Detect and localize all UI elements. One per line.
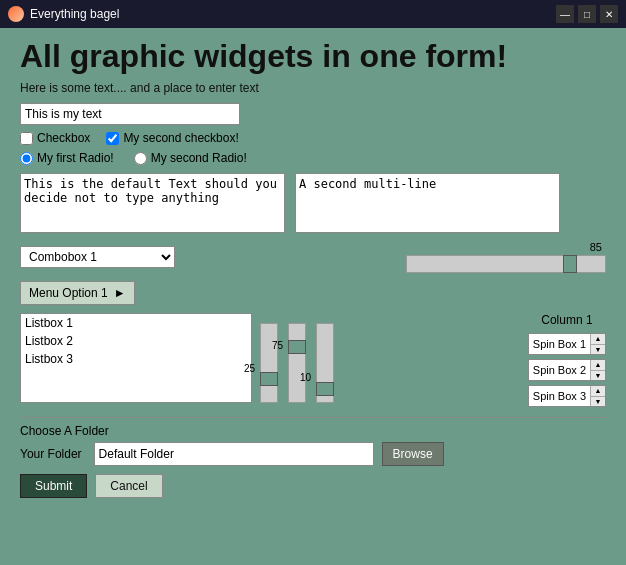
slider-container: 85 (185, 241, 606, 273)
radio-row: My first Radio! My second Radio! (20, 151, 606, 165)
spinbox2-up[interactable]: ▲ (591, 360, 605, 371)
folder-row: Your Folder Browse (20, 442, 606, 466)
window-controls: — □ ✕ (556, 5, 618, 23)
app-icon (8, 6, 24, 22)
spinbox-container: Column 1 Spin Box 1 ▲ ▼ Spin Box 2 ▲ ▼ (528, 313, 606, 407)
spinbox1-down[interactable]: ▼ (591, 345, 605, 355)
spinbox-row-1: Spin Box 1 ▲ ▼ (528, 333, 606, 355)
textarea1[interactable]: This is the default Text should you deci… (20, 173, 285, 233)
list-item[interactable]: Listbox 2 (21, 332, 251, 350)
spinbox1-up[interactable]: ▲ (591, 334, 605, 345)
list-item[interactable]: Listbox 1 (21, 314, 251, 332)
spinbox1-label: Spin Box 1 (529, 338, 590, 350)
vslider3-group: 10 (316, 313, 334, 403)
checkbox1-item[interactable]: Checkbox (20, 131, 90, 145)
vslider3[interactable] (316, 323, 334, 403)
spinbox-column-header: Column 1 (528, 313, 606, 327)
folder-section: Choose A Folder Your Folder Browse (20, 424, 606, 466)
spinbox2-label: Spin Box 2 (529, 364, 590, 376)
vslider3-label: 10 (300, 372, 311, 383)
vslider2-group: 75 (288, 313, 306, 403)
close-button[interactable]: ✕ (600, 5, 618, 23)
checkbox1[interactable] (20, 132, 33, 145)
spinbox3-label: Spin Box 3 (529, 390, 590, 402)
radio1-label: My first Radio! (37, 151, 114, 165)
radio2[interactable] (134, 152, 147, 165)
slider-top-label: 85 (590, 241, 602, 253)
page-title: All graphic widgets in one form! (20, 38, 606, 75)
combobox-slider-row: Combobox 1 Combobox 2 Combobox 3 85 (20, 241, 606, 273)
spinbox1-controls: ▲ ▼ (590, 334, 605, 354)
menu-button[interactable]: Menu Option 1 ► (20, 281, 135, 305)
checkbox2-label: My second checkbox! (123, 131, 238, 145)
spinbox-row-2: Spin Box 2 ▲ ▼ (528, 359, 606, 381)
vslider1-group: 25 (260, 313, 278, 403)
radio2-label: My second Radio! (151, 151, 247, 165)
bottom-buttons-row: Submit Cancel (20, 474, 606, 498)
radio2-item[interactable]: My second Radio! (134, 151, 247, 165)
folder-section-title: Choose A Folder (20, 424, 606, 438)
vslider1-label: 25 (244, 363, 255, 374)
folder-input[interactable] (94, 442, 374, 466)
menu-option-label: Menu Option 1 (29, 286, 108, 300)
spinbox3-up[interactable]: ▲ (591, 386, 605, 397)
main-text-input[interactable] (20, 103, 240, 125)
checkbox-row: Checkbox My second checkbox! (20, 131, 606, 145)
spinbox-row-3: Spin Box 3 ▲ ▼ (528, 385, 606, 407)
vslider1[interactable] (260, 323, 278, 403)
vslider2-label: 75 (272, 340, 283, 351)
main-window: Everything bagel — □ ✕ All graphic widge… (0, 0, 626, 565)
window-title: Everything bagel (30, 7, 556, 21)
divider (20, 417, 606, 418)
content-area: All graphic widgets in one form! Here is… (0, 28, 626, 565)
minimize-button[interactable]: — (556, 5, 574, 23)
submit-button[interactable]: Submit (20, 474, 87, 498)
bottom-widgets-row: Listbox 1 Listbox 2 Listbox 3 25 75 10 (20, 313, 606, 407)
folder-label: Your Folder (20, 447, 82, 461)
menu-row: Menu Option 1 ► (20, 281, 606, 305)
maximize-button[interactable]: □ (578, 5, 596, 23)
listbox[interactable]: Listbox 1 Listbox 2 Listbox 3 (20, 313, 252, 403)
subtitle-text: Here is some text.... and a place to ent… (20, 81, 606, 95)
spinbox3-down[interactable]: ▼ (591, 397, 605, 407)
radio1-item[interactable]: My first Radio! (20, 151, 114, 165)
browse-button[interactable]: Browse (382, 442, 444, 466)
radio1[interactable] (20, 152, 33, 165)
cancel-button[interactable]: Cancel (95, 474, 162, 498)
vslider2[interactable] (288, 323, 306, 403)
vertical-sliders-area: 25 75 10 (260, 313, 334, 403)
spinbox2-down[interactable]: ▼ (591, 371, 605, 381)
menu-arrow-icon: ► (114, 286, 126, 300)
combobox[interactable]: Combobox 1 Combobox 2 Combobox 3 (20, 246, 175, 268)
textarea-row: This is the default Text should you deci… (20, 173, 606, 233)
spinbox2-controls: ▲ ▼ (590, 360, 605, 380)
spinbox3-controls: ▲ ▼ (590, 386, 605, 406)
slider-top[interactable] (406, 255, 606, 273)
title-bar: Everything bagel — □ ✕ (0, 0, 626, 28)
checkbox2-item[interactable]: My second checkbox! (106, 131, 238, 145)
checkbox2[interactable] (106, 132, 119, 145)
checkbox1-label: Checkbox (37, 131, 90, 145)
list-item[interactable]: Listbox 3 (21, 350, 251, 368)
textarea2[interactable]: A second multi-line (295, 173, 560, 233)
